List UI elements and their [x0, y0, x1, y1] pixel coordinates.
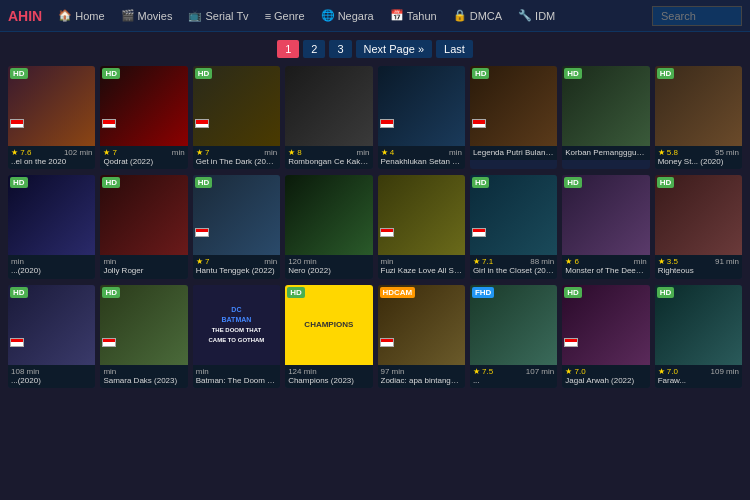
- movie-title: Get in The Dark (2023): [196, 157, 277, 167]
- movie-duration: min: [11, 257, 24, 266]
- movie-card[interactable]: HD★ 6minMonster of The Deep (2023): [562, 175, 649, 278]
- movie-card[interactable]: HDminSamara Daks (2023): [100, 285, 187, 388]
- movie-card[interactable]: minFuzi Kaze Love All Serve All Stadium …: [378, 175, 465, 278]
- quality-badge: HDCAM: [380, 287, 416, 298]
- nav-movies[interactable]: 🎬 Movies: [115, 6, 179, 25]
- movie-duration: min: [381, 257, 394, 266]
- tv-icon: 📺: [188, 9, 202, 22]
- quality-badge: HD: [657, 177, 675, 188]
- movie-duration: min: [449, 148, 462, 157]
- movie-rating: ★ 7.0: [565, 367, 585, 376]
- movie-rating: ★ 7.6: [11, 148, 31, 157]
- movie-card[interactable]: HDCAM97 minZodiac: apa bintangmu? (2022): [378, 285, 465, 388]
- page-1-button[interactable]: 1: [277, 40, 299, 58]
- flag-indonesia: [195, 119, 209, 130]
- page-2-button[interactable]: 2: [303, 40, 325, 58]
- brand: AHIN: [8, 8, 42, 24]
- movie-rating: ★ 4: [381, 148, 395, 157]
- nav-tahun[interactable]: 📅 Tahun: [384, 6, 443, 25]
- movie-card[interactable]: 120 minNero (2022): [285, 175, 372, 278]
- movie-rating: ★ 7.5: [473, 367, 493, 376]
- movie-title: Samara Daks (2023): [103, 376, 184, 386]
- movie-title: ...: [473, 376, 554, 386]
- movie-title: Penakhlukan Setan (2019): [381, 157, 462, 167]
- movie-title: Nero (2022): [288, 266, 369, 276]
- nav-genre-label: Genre: [274, 10, 305, 22]
- movie-card[interactable]: HD★ 7.0Jagal Arwah (2022): [562, 285, 649, 388]
- movie-card[interactable]: DCBATMANTHE DOOM THATCAME TO GOTHAMminBa…: [193, 285, 280, 388]
- movie-card[interactable]: HD★ 5.895 minMoney St... (2020): [655, 66, 742, 169]
- movie-card[interactable]: HD★ 7minHantu Tenggek (2022): [193, 175, 280, 278]
- quality-badge: HD: [10, 68, 28, 79]
- movie-duration: 109 min: [711, 367, 739, 376]
- genre-icon: ≡: [265, 10, 271, 22]
- movie-title: Zodiac: apa bintangmu? (2022): [381, 376, 462, 386]
- movie-card[interactable]: HD108 min...(2020): [8, 285, 95, 388]
- movie-rating: ★ 7: [103, 148, 117, 157]
- quality-badge: HD: [102, 287, 120, 298]
- last-page-button[interactable]: Last: [436, 40, 473, 58]
- movie-duration: 102 min: [64, 148, 92, 157]
- movie-card[interactable]: CHAMPIONSHD124 minChampions (2023): [285, 285, 372, 388]
- movie-duration: 124 min: [288, 367, 316, 376]
- movie-card[interactable]: ★ 4minPenakhlukan Setan (2019): [378, 66, 465, 169]
- movie-title: Batman: The Doom That Came to Gotham (20…: [196, 376, 277, 386]
- movie-title: Monster of The Deep (2023): [565, 266, 646, 276]
- movie-row-2: HD108 min...(2020)HDminSamara Daks (2023…: [0, 283, 750, 392]
- movie-title: Qodrat (2022): [103, 157, 184, 167]
- movie-card[interactable]: HDmin...(2020): [8, 175, 95, 278]
- nav-negara[interactable]: 🌐 Negara: [315, 6, 380, 25]
- movies-icon: 🎬: [121, 9, 135, 22]
- movie-title: Champions (2023): [288, 376, 369, 386]
- nav-home-label: Home: [75, 10, 104, 22]
- flag-indonesia: [472, 228, 486, 239]
- movie-card[interactable]: HD★ 7.0109 minFaraw...: [655, 285, 742, 388]
- movie-duration: min: [103, 367, 116, 376]
- nav-genre[interactable]: ≡ Genre: [259, 7, 311, 25]
- movie-title: Fuzi Kaze Love All Serve All Stadium Liv…: [381, 266, 462, 276]
- movie-card[interactable]: HD★ 3.591 minRighteous: [655, 175, 742, 278]
- nav-home[interactable]: 🏠 Home: [52, 6, 110, 25]
- movie-card[interactable]: HDKorban Pemangggu Hospital (2018): [562, 66, 649, 169]
- nav-dmca-label: DMCA: [470, 10, 502, 22]
- movie-rating: ★ 7: [196, 148, 210, 157]
- movie-title: ...(2020): [11, 376, 92, 386]
- flag-indonesia: [10, 338, 24, 349]
- pagination: 1 2 3 Next Page » Last: [0, 32, 750, 64]
- search-input[interactable]: [652, 6, 742, 26]
- movie-card[interactable]: HD★ 7minQodrat (2022): [100, 66, 187, 169]
- quality-badge: HD: [564, 177, 582, 188]
- movie-duration: 88 min: [530, 257, 554, 266]
- quality-badge: HD: [287, 287, 305, 298]
- movie-card[interactable]: HD★ 7.188 minGirl in the Closet (2023): [470, 175, 557, 278]
- nav-idm[interactable]: 🔧 IDM: [512, 6, 561, 25]
- movie-card[interactable]: HDminJolly Roger: [100, 175, 187, 278]
- nav-serial[interactable]: 📺 Serial Tv: [182, 6, 254, 25]
- quality-badge: HD: [195, 68, 213, 79]
- movie-card[interactable]: HD★ 7.6102 min..el on the 2020: [8, 66, 95, 169]
- quality-badge: HD: [195, 177, 213, 188]
- movie-card[interactable]: HD★ 7minGet in The Dark (2023): [193, 66, 280, 169]
- nav-serial-label: Serial Tv: [205, 10, 248, 22]
- flag-indonesia: [102, 338, 116, 349]
- movie-duration: min: [103, 257, 116, 266]
- lock-icon: 🔒: [453, 9, 467, 22]
- quality-badge: HD: [102, 177, 120, 188]
- quality-badge: HD: [102, 68, 120, 79]
- next-page-button[interactable]: Next Page »: [356, 40, 433, 58]
- movie-duration: min: [172, 148, 185, 157]
- movie-card[interactable]: HDLegenda Putri Bulan (2021): [470, 66, 557, 169]
- nav-dmca[interactable]: 🔒 DMCA: [447, 6, 508, 25]
- movie-card[interactable]: FHD★ 7.5107 min...: [470, 285, 557, 388]
- movie-rating: ★ 7: [196, 257, 210, 266]
- movie-card[interactable]: ★ 8minRombongan Ce Kak Trip to KL (2023): [285, 66, 372, 169]
- movie-duration: 91 min: [715, 257, 739, 266]
- movie-duration: min: [357, 148, 370, 157]
- movie-title: Girl in the Closet (2023): [473, 266, 554, 276]
- quality-badge: HD: [657, 68, 675, 79]
- nav-movies-label: Movies: [138, 10, 173, 22]
- movie-duration: 120 min: [288, 257, 316, 266]
- page-3-button[interactable]: 3: [329, 40, 351, 58]
- movie-duration: 95 min: [715, 148, 739, 157]
- flag-indonesia: [380, 228, 394, 239]
